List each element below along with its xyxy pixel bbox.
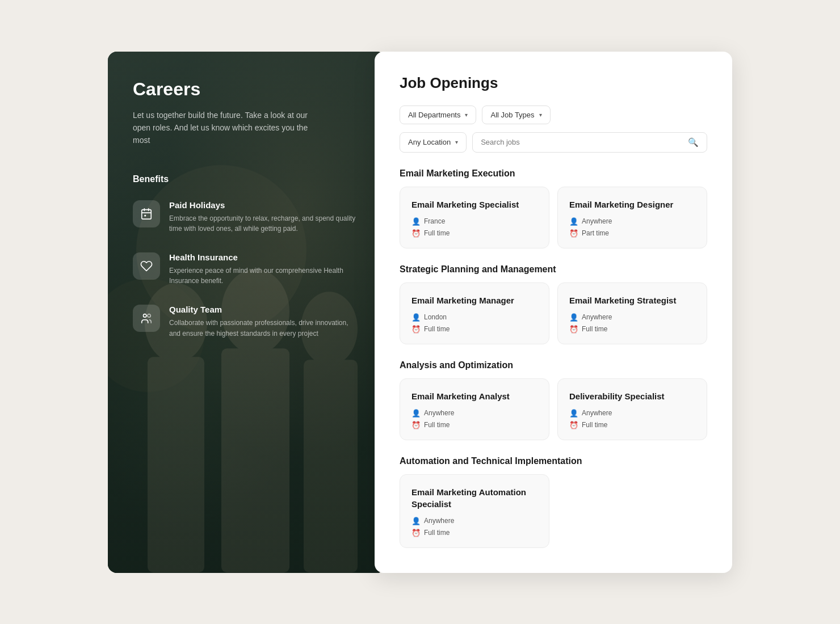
location-icon: 👤	[411, 313, 421, 322]
left-content: Careers Let us together build the future…	[133, 79, 361, 339]
calendar-icon	[140, 208, 153, 220]
job-strategist-title: Email Marketing Strategist	[569, 294, 695, 306]
job-openings-title: Job Openings	[400, 74, 707, 92]
strategic-jobs-grid: Email Marketing Manager 👤 London ⏰ Full …	[400, 283, 707, 344]
location-icon: 👤	[569, 313, 578, 322]
careers-subtitle: Let us together build the future. Take a…	[133, 109, 314, 147]
heart-icon	[140, 260, 153, 272]
department-filter[interactable]: All Departments ▾	[400, 106, 476, 124]
svg-point-12	[148, 314, 151, 318]
job-automation-type: ⏰ Full time	[411, 529, 537, 537]
svg-point-11	[144, 314, 147, 318]
health-insurance-description: Experience peace of mind with our compre…	[169, 265, 361, 286]
job-type-filter-label: All Job Types	[490, 111, 534, 119]
category-analysis: Analysis and Optimization Email Marketin…	[400, 360, 707, 440]
location-filter[interactable]: Any Location ▾	[400, 132, 467, 153]
benefit-paid-holidays: Paid Holidays Embrace the opportunity to…	[133, 200, 361, 234]
job-strategist-type: ⏰ Full time	[569, 325, 695, 334]
location-icon: 👤	[569, 217, 578, 226]
clock-icon: ⏰	[569, 421, 578, 429]
job-card-automation-specialist[interactable]: Email Marketing Automation Specialist 👤 …	[400, 474, 549, 548]
quality-team-text: Quality Team Collaborate with passionate…	[169, 305, 361, 339]
job-card-specialist[interactable]: Email Marketing Specialist 👤 France ⏰ Fu…	[400, 187, 549, 248]
benefit-quality-team: Quality Team Collaborate with passionate…	[133, 305, 361, 339]
job-designer-location: 👤 Anywhere	[569, 217, 695, 226]
search-input[interactable]	[481, 138, 683, 146]
location-icon: 👤	[411, 217, 421, 226]
quality-team-description: Collaborate with passionate professional…	[169, 318, 361, 339]
job-card-analyst[interactable]: Email Marketing Analyst 👤 Anywhere ⏰ Ful…	[400, 378, 549, 440]
job-deliverability-title: Deliverability Specialist	[569, 390, 695, 402]
job-specialist-title: Email Marketing Specialist	[411, 199, 537, 210]
analysis-jobs-grid: Email Marketing Analyst 👤 Anywhere ⏰ Ful…	[400, 378, 707, 440]
filters-row-1: All Departments ▾ All Job Types ▾	[400, 106, 707, 124]
paid-holidays-title: Paid Holidays	[169, 200, 361, 210]
job-analyst-title: Email Marketing Analyst	[411, 390, 537, 402]
job-strategist-meta: 👤 Anywhere ⏰ Full time	[569, 313, 695, 334]
department-filter-label: All Departments	[408, 111, 460, 119]
clock-icon: ⏰	[411, 325, 421, 334]
benefits-heading: Benefits	[133, 174, 361, 184]
job-designer-title: Email Marketing Designer	[569, 199, 695, 210]
execution-jobs-grid: Email Marketing Specialist 👤 France ⏰ Fu…	[400, 187, 707, 248]
job-analyst-meta: 👤 Anywhere ⏰ Full time	[411, 409, 537, 429]
page-wrapper: Careers Let us together build the future…	[108, 52, 732, 573]
job-deliverability-location: 👤 Anywhere	[569, 409, 695, 418]
job-type-chevron-icon: ▾	[539, 112, 542, 118]
category-automation: Automation and Technical Implementation …	[400, 456, 707, 548]
filters-row-2: Any Location ▾ 🔍	[400, 132, 707, 153]
health-insurance-title: Health Insurance	[169, 252, 361, 262]
paid-holidays-icon-box	[133, 200, 160, 227]
job-designer-type: ⏰ Part time	[569, 229, 695, 238]
job-deliverability-type: ⏰ Full time	[569, 421, 695, 429]
svg-rect-10	[144, 215, 146, 217]
paid-holidays-description: Embrace the opportunity to relax, rechar…	[169, 213, 361, 234]
category-analysis-label: Analysis and Optimization	[400, 360, 707, 370]
search-icon: 🔍	[688, 137, 699, 147]
job-manager-type: ⏰ Full time	[411, 325, 537, 334]
job-manager-title: Email Marketing Manager	[411, 294, 537, 306]
job-automation-location: 👤 Anywhere	[411, 517, 537, 525]
job-analyst-location: 👤 Anywhere	[411, 409, 537, 418]
team-icon	[140, 312, 153, 324]
job-deliverability-meta: 👤 Anywhere ⏰ Full time	[569, 409, 695, 429]
paid-holidays-text: Paid Holidays Embrace the opportunity to…	[169, 200, 361, 234]
job-manager-location: 👤 London	[411, 313, 537, 322]
job-automation-title: Email Marketing Automation Specialist	[411, 486, 537, 510]
job-specialist-type: ⏰ Full time	[411, 229, 537, 238]
job-card-strategist[interactable]: Email Marketing Strategist 👤 Anywhere ⏰ …	[557, 283, 707, 344]
job-card-deliverability[interactable]: Deliverability Specialist 👤 Anywhere ⏰ F…	[557, 378, 707, 440]
clock-icon: ⏰	[569, 325, 578, 334]
job-analyst-type: ⏰ Full time	[411, 421, 537, 429]
svg-rect-6	[142, 209, 152, 219]
left-panel: Careers Let us together build the future…	[108, 52, 386, 573]
quality-team-icon-box	[133, 305, 160, 332]
category-execution-label: Email Marketing Execution	[400, 168, 707, 179]
job-specialist-location: 👤 France	[411, 217, 537, 226]
quality-team-title: Quality Team	[169, 305, 361, 314]
department-chevron-icon: ▾	[465, 112, 468, 118]
job-type-filter[interactable]: All Job Types ▾	[482, 106, 550, 124]
job-card-designer[interactable]: Email Marketing Designer 👤 Anywhere ⏰ Pa…	[557, 187, 707, 248]
search-container[interactable]: 🔍	[472, 132, 707, 153]
location-icon: 👤	[411, 517, 421, 525]
job-strategist-location: 👤 Anywhere	[569, 313, 695, 322]
right-panel: Job Openings All Departments ▾ All Job T…	[375, 52, 732, 573]
location-icon: 👤	[569, 409, 578, 418]
clock-icon: ⏰	[411, 529, 421, 537]
clock-icon: ⏰	[411, 421, 421, 429]
automation-jobs-grid: Email Marketing Automation Specialist 👤 …	[400, 474, 707, 548]
benefit-health-insurance: Health Insurance Experience peace of min…	[133, 252, 361, 286]
job-card-manager[interactable]: Email Marketing Manager 👤 London ⏰ Full …	[400, 283, 549, 344]
category-execution: Email Marketing Execution Email Marketin…	[400, 168, 707, 248]
clock-icon: ⏰	[411, 229, 421, 238]
job-manager-meta: 👤 London ⏰ Full time	[411, 313, 537, 334]
health-insurance-icon-box	[133, 252, 160, 280]
location-icon: 👤	[411, 409, 421, 418]
category-automation-label: Automation and Technical Implementation	[400, 456, 707, 466]
health-insurance-text: Health Insurance Experience peace of min…	[169, 252, 361, 286]
category-strategic: Strategic Planning and Management Email …	[400, 264, 707, 344]
careers-title: Careers	[133, 79, 361, 100]
location-chevron-icon: ▾	[455, 139, 458, 145]
job-specialist-meta: 👤 France ⏰ Full time	[411, 217, 537, 238]
